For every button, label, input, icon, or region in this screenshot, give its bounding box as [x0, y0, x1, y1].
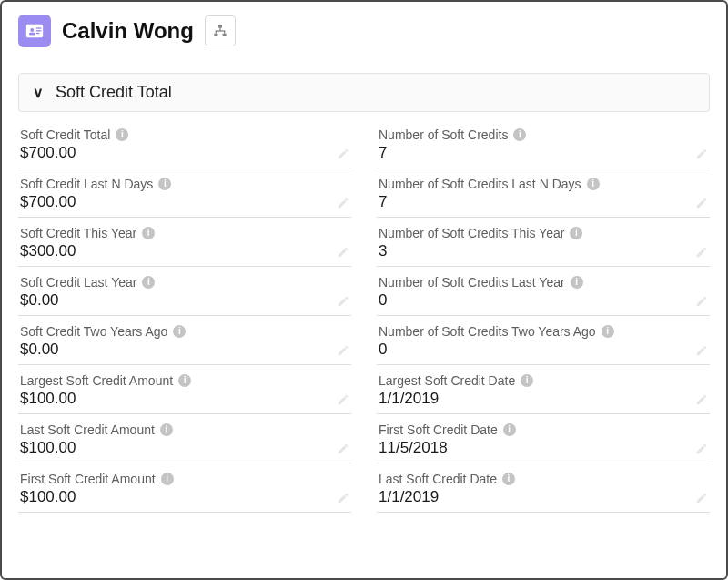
field-value: $100.00	[20, 390, 349, 408]
detail-field: Soft Credit Two Years Agoi$0.00	[18, 316, 351, 365]
pencil-icon[interactable]	[695, 492, 708, 504]
info-icon[interactable]: i	[571, 276, 583, 289]
field-value: $100.00	[20, 488, 349, 506]
field-label: First Soft Credit Amount	[20, 472, 156, 486]
detail-field: Number of Soft Credits Two Years Agoi0	[377, 316, 710, 365]
pencil-icon[interactable]	[337, 246, 349, 259]
field-grid: Soft Credit Totali$700.00Soft Credit Las…	[2, 112, 726, 513]
field-value: 3	[379, 242, 708, 260]
field-label: Soft Credit Last Year	[20, 275, 136, 290]
hierarchy-button[interactable]	[205, 15, 236, 46]
field-label-row: Soft Credit Last N Daysi	[20, 177, 349, 191]
field-value: $300.00	[20, 242, 349, 260]
pencil-icon[interactable]	[695, 197, 708, 209]
pencil-icon[interactable]	[337, 295, 349, 308]
svg-rect-12	[224, 31, 225, 34]
record-name: Calvin Wong	[62, 18, 194, 44]
svg-rect-4	[36, 30, 42, 31]
pencil-icon[interactable]	[695, 443, 708, 455]
info-icon[interactable]: i	[502, 473, 515, 485]
field-label-row: Number of Soft Creditsi	[379, 127, 708, 142]
info-icon[interactable]: i	[570, 227, 582, 239]
pencil-icon[interactable]	[695, 393, 708, 406]
field-label: Last Soft Credit Amount	[20, 422, 155, 437]
info-icon[interactable]: i	[178, 374, 191, 387]
pencil-icon[interactable]	[337, 393, 349, 406]
field-value: 7	[379, 193, 708, 211]
field-value: 1/1/2019	[379, 390, 708, 408]
field-label: Soft Credit This Year	[20, 226, 136, 240]
field-value: 11/5/2018	[379, 439, 708, 457]
field-value: 0	[379, 341, 708, 359]
info-icon[interactable]: i	[521, 374, 533, 387]
svg-rect-3	[36, 27, 42, 28]
field-label-row: First Soft Credit Datei	[379, 422, 708, 437]
left-column: Soft Credit Totali$700.00Soft Credit Las…	[18, 119, 351, 513]
field-value: 7	[379, 144, 708, 162]
field-label: Soft Credit Total	[20, 127, 110, 142]
svg-rect-6	[218, 25, 222, 27]
right-column: Number of Soft Creditsi7Number of Soft C…	[377, 119, 710, 513]
info-icon[interactable]: i	[116, 128, 128, 141]
pencil-icon[interactable]	[695, 295, 708, 308]
field-value: $100.00	[20, 439, 349, 457]
info-icon[interactable]: i	[160, 423, 173, 436]
field-label: Soft Credit Last N Days	[20, 177, 153, 191]
field-label-row: Soft Credit Totali	[20, 127, 349, 142]
detail-field: Number of Soft Credits Last N Daysi7	[377, 168, 710, 218]
field-label: Number of Soft Credits Two Years Ago	[379, 324, 596, 339]
detail-field: Number of Soft Credits Last Yeari0	[377, 267, 710, 316]
detail-field: Soft Credit Totali$700.00	[18, 119, 351, 168]
detail-field: Largest Soft Credit Amounti$100.00	[18, 365, 351, 414]
hierarchy-icon	[213, 24, 228, 38]
svg-rect-2	[29, 33, 35, 36]
detail-field: First Soft Credit Datei11/5/2018	[377, 414, 710, 463]
detail-field: Number of Soft Credits This Yeari3	[377, 218, 710, 267]
pencil-icon[interactable]	[695, 344, 708, 357]
info-icon[interactable]: i	[142, 276, 155, 289]
chevron-down-icon: ∨	[30, 84, 46, 101]
section-title: Soft Credit Total	[56, 83, 172, 102]
pencil-icon[interactable]	[337, 197, 349, 209]
detail-field: Largest Soft Credit Datei1/1/2019	[377, 365, 710, 414]
pencil-icon[interactable]	[337, 443, 349, 455]
info-icon[interactable]: i	[173, 325, 186, 338]
field-label: Number of Soft Credits Last Year	[379, 275, 565, 290]
field-label-row: Soft Credit Last Yeari	[20, 275, 349, 290]
field-value: $700.00	[20, 193, 349, 211]
field-label-row: Number of Soft Credits Last N Daysi	[379, 177, 708, 191]
pencil-icon[interactable]	[695, 246, 708, 259]
field-label-row: Number of Soft Credits Two Years Agoi	[379, 324, 708, 339]
info-icon[interactable]: i	[602, 325, 614, 338]
field-label: Number of Soft Credits	[379, 127, 508, 142]
field-label-row: Largest Soft Credit Datei	[379, 373, 708, 388]
field-label: Soft Credit Two Years Ago	[20, 324, 167, 339]
field-label: Largest Soft Credit Date	[379, 373, 515, 388]
detail-field: Last Soft Credit Amounti$100.00	[18, 414, 351, 463]
svg-rect-5	[36, 33, 40, 34]
svg-rect-8	[223, 34, 227, 36]
field-label-row: Soft Credit Two Years Agoi	[20, 324, 349, 339]
pencil-icon[interactable]	[337, 492, 349, 504]
info-icon[interactable]: i	[142, 227, 155, 239]
field-label-row: Last Soft Credit Amounti	[20, 422, 349, 437]
pencil-icon[interactable]	[695, 148, 708, 160]
pencil-icon[interactable]	[337, 148, 349, 160]
info-icon[interactable]: i	[513, 128, 526, 141]
field-label: Last Soft Credit Date	[379, 472, 497, 486]
detail-field: First Soft Credit Amounti$100.00	[18, 463, 351, 513]
info-icon[interactable]: i	[587, 178, 600, 190]
info-icon[interactable]: i	[161, 473, 174, 485]
info-icon[interactable]: i	[158, 178, 171, 190]
field-label: First Soft Credit Date	[379, 422, 498, 437]
section-header[interactable]: ∨ Soft Credit Total	[18, 73, 710, 112]
field-value: 0	[379, 291, 708, 310]
detail-field: Number of Soft Creditsi7	[377, 119, 710, 168]
pencil-icon[interactable]	[337, 344, 349, 357]
detail-field: Soft Credit Last Yeari$0.00	[18, 267, 351, 316]
field-label-row: Soft Credit This Yeari	[20, 226, 349, 240]
field-value: $0.00	[20, 341, 349, 359]
info-icon[interactable]: i	[503, 423, 516, 436]
detail-field: Soft Credit This Yeari$300.00	[18, 218, 351, 267]
detail-field: Soft Credit Last N Daysi$700.00	[18, 168, 351, 218]
